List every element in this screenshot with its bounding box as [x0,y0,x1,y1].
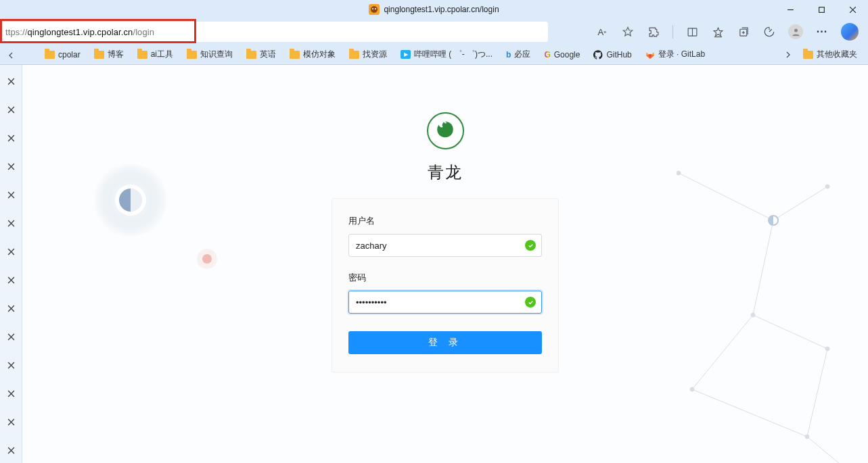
svg-point-53 [825,185,829,189]
minimize-button[interactable] [775,0,806,19]
svg-point-2 [375,8,376,9]
folder-icon [290,51,300,59]
vertical-tab-close[interactable] [0,211,22,235]
vertical-tab-close[interactable] [0,239,22,264]
svg-point-54 [751,313,755,317]
split-screen-icon[interactable] [685,25,699,39]
address-bar-actions: A» ··· [595,23,863,41]
login-submit-button[interactable]: 登 录 [348,331,542,354]
username-input[interactable] [356,241,518,251]
bookmark-item[interactable]: ▶哔哩哔哩 ( ゜- ゜)つ... [395,47,498,62]
url-text: ttps://qinglongtest1.vip.cpolar.cn/login [5,27,154,37]
svg-line-48 [692,315,753,389]
bookmark-label: 登录 · GitLab [658,49,705,60]
favorites-hub-icon[interactable] [711,25,725,39]
bookmark-label: 哔哩哔哩 ( ゜- ゜)つ... [414,49,493,60]
bookmark-item[interactable]: GGoogle [539,48,585,62]
svg-point-57 [805,435,809,439]
vertical-tab-close[interactable] [0,410,22,434]
extensions-icon[interactable] [647,25,660,39]
svg-rect-4 [819,7,824,12]
vertical-tab-close[interactable] [0,154,22,178]
bookmarks-bar: cpolar博客ai工具知识查询英语模仿对象找资源▶哔哩哔哩 ( ゜- ゜)つ.… [0,45,868,65]
vertical-tab-close[interactable] [0,268,22,292]
svg-line-51 [807,437,848,463]
svg-point-56 [690,387,694,391]
folder-icon [94,51,104,59]
bookmark-item[interactable]: 英语 [241,47,281,62]
vertical-tab-close[interactable] [0,97,22,122]
svg-line-49 [807,349,827,437]
bing-icon: b [506,50,511,59]
bookmark-item[interactable]: b必应 [501,47,536,62]
svg-point-0 [371,6,378,13]
bookmarks-other-folder[interactable]: 其他收藏夹 [798,47,863,62]
username-label: 用户名 [348,215,542,227]
bookmark-label: 博客 [108,49,124,60]
gitlab-icon [645,50,655,59]
svg-point-15 [794,28,798,32]
close-button[interactable] [837,0,868,19]
bookmark-label: 找资源 [363,49,387,60]
vertical-tab-close[interactable] [0,126,22,150]
vertical-tab-close[interactable] [0,182,22,207]
vertical-tab-close[interactable] [0,324,22,349]
app-logo [427,112,464,149]
valid-check-icon [525,240,536,251]
url-field[interactable]: ttps://qinglongtest1.vip.cpolar.cn/login [0,22,548,42]
bookmark-item[interactable]: 模仿对象 [284,47,341,62]
bookmark-label: Google [554,50,580,59]
vertical-tab-close[interactable] [0,296,22,320]
login-card: 用户名 密码 登 录 [332,198,559,372]
bookmarks-overflow-chevron[interactable] [781,51,795,58]
svg-line-45 [773,187,827,220]
google-icon: G [544,50,550,59]
window-controls [775,0,868,19]
maximize-button[interactable] [806,0,837,19]
bookmarks-other-label: 其他收藏夹 [817,49,857,60]
bookmark-label: GitHub [606,50,631,59]
bookmark-item[interactable]: 找资源 [344,47,392,62]
svg-marker-10 [714,28,723,36]
window-titlebar: qinglongtest1.vip.cpolar.cn/login [0,0,868,19]
back-chevron[interactable] [0,24,22,45]
separator [672,25,673,39]
bookmark-label: 英语 [260,49,276,60]
vertical-tab-close[interactable] [0,353,22,377]
password-input[interactable] [356,297,518,308]
bookmark-item[interactable]: 登录 · GitLab [640,47,710,62]
reader-mode-icon[interactable]: A» [595,25,609,39]
vertical-tab-strip [0,65,22,463]
vertical-tab-close[interactable] [0,438,22,462]
collections-icon[interactable] [737,25,750,39]
more-menu-icon[interactable]: ··· [815,25,829,39]
svg-marker-7 [623,27,633,36]
address-bar: ttps://qinglongtest1.vip.cpolar.cn/login… [0,19,868,45]
bookmark-label: 知识查询 [200,49,233,60]
folder-icon [45,51,55,59]
bookmark-item[interactable]: GitHub [588,48,637,62]
svg-point-52 [677,171,681,175]
svg-point-1 [372,8,373,9]
nav-chevron-left[interactable] [4,49,18,62]
tab-favicon [369,4,380,15]
profile-avatar[interactable] [788,24,803,39]
favorite-star-icon[interactable] [621,25,635,39]
bookmark-item[interactable]: cpolar [39,48,86,62]
bookmark-item[interactable]: 知识查询 [181,47,238,62]
svg-point-60 [769,216,778,225]
window-title: qinglongtest1.vip.cpolar.cn/login [384,5,499,14]
performance-icon[interactable] [762,25,776,39]
bookmark-label: 模仿对象 [303,49,336,60]
bookmark-item[interactable]: 博客 [89,47,129,62]
vertical-tab-close[interactable] [0,381,22,406]
bookmark-item[interactable]: ai工具 [132,47,179,62]
password-input-wrap [348,291,542,314]
copilot-icon[interactable] [841,23,859,41]
bookmark-label: 必应 [514,49,530,60]
folder-icon [187,51,197,59]
login-container: 青龙 用户名 密码 登 录 [332,112,559,372]
bilibili-icon: ▶ [401,50,411,59]
folder-icon [137,51,147,59]
vertical-tab-close[interactable] [0,69,22,93]
